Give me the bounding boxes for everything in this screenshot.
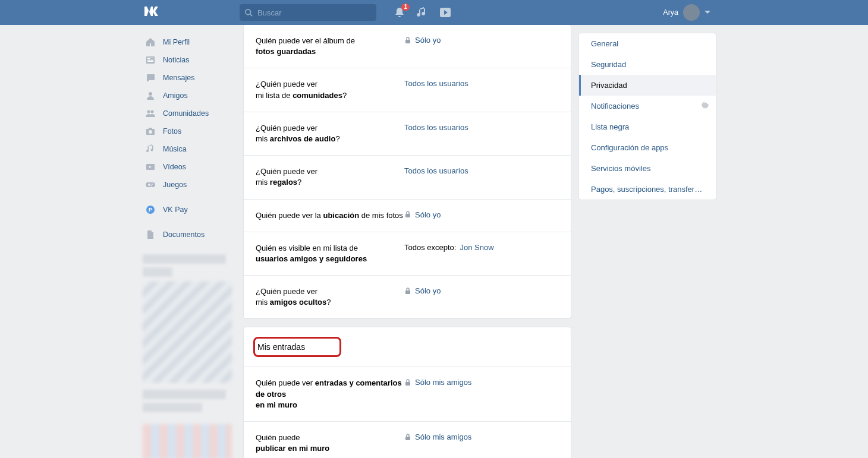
nav-label: Comunidades [163, 109, 209, 118]
doc-icon [145, 229, 156, 240]
nav-label: Fotos [163, 127, 181, 135]
privacy-value[interactable]: Sólo yo [404, 210, 441, 219]
settings-apps[interactable]: Configuración de apps [579, 137, 716, 158]
nav-games[interactable]: Juegos [143, 176, 244, 194]
nav-label: Documentos [163, 230, 205, 239]
svg-rect-22 [405, 437, 410, 440]
privacy-label: ¿Quién puede ver mis amigos ocultos? [256, 286, 404, 308]
main-content: Quién puede ver el álbum de fotos guarda… [244, 25, 571, 458]
settings-security[interactable]: Seguridad [579, 54, 716, 75]
settings-privacy[interactable]: Privacidad [579, 75, 716, 96]
nav-label: Amigos [163, 91, 188, 100]
privacy-row: Quién puede ver entradas y comentarios d… [244, 367, 571, 422]
svg-rect-18 [405, 40, 410, 43]
privacy-row: Quién puede publicar en mi muro Sólo mis… [244, 422, 571, 458]
notifications-icon[interactable]: 1 [394, 7, 405, 18]
settings-payments[interactable]: Pagos, suscripciones, transferencias [579, 179, 716, 200]
privacy-label: Quién puede ver entradas y comentarios d… [256, 378, 404, 410]
svg-point-0 [246, 10, 251, 15]
blurred-content [143, 254, 244, 458]
privacy-row: Quién es visible en mi lista de usuarios… [244, 232, 571, 276]
privacy-row: ¿Quién puede ver mis archivos de audio? … [244, 112, 571, 156]
svg-text:P: P [149, 207, 152, 213]
privacy-value[interactable]: Todos los usuarios [404, 123, 468, 132]
nav-label: VK Pay [163, 206, 188, 214]
top-header: 1 Arya [0, 0, 868, 25]
nav-label: Noticias [163, 56, 189, 64]
svg-rect-19 [405, 214, 410, 217]
settings-notifications[interactable]: Notificaciones [579, 96, 716, 116]
nav-profile[interactable]: Mi Perfil [143, 33, 244, 51]
nav-music[interactable]: Música [143, 140, 244, 158]
group-icon [145, 108, 156, 119]
nav-news[interactable]: Noticias [143, 51, 244, 69]
gear-icon[interactable] [700, 101, 709, 111]
privacy-value[interactable]: Todos los usuarios [404, 166, 468, 175]
privacy-row: ¿Quién puede ver mis regalos? Todos los … [244, 156, 571, 199]
section-heading: Mis entradas [244, 327, 571, 367]
privacy-label: ¿Quién puede ver mi lista de comunidades… [256, 79, 404, 100]
svg-rect-21 [405, 382, 410, 386]
svg-rect-7 [147, 60, 153, 61]
privacy-row: Quién puede ver el álbum de fotos guarda… [244, 25, 571, 68]
privacy-label: Quién puede ver la ubicación de mis foto… [256, 210, 404, 221]
privacy-value[interactable]: Todos los usuarios [404, 79, 468, 88]
nav-label: Mensajes [163, 74, 195, 82]
video-play-icon[interactable] [439, 7, 451, 18]
privacy-panel-1: Quién puede ver el álbum de fotos guarda… [244, 25, 571, 318]
settings-general[interactable]: General [579, 33, 716, 54]
privacy-label: Quién puede ver el álbum de fotos guarda… [256, 36, 404, 57]
video-icon [145, 162, 156, 172]
nav-messages[interactable]: Mensajes [143, 69, 244, 87]
camera-icon [145, 126, 156, 137]
svg-point-11 [151, 110, 154, 113]
nav-vkpay[interactable]: PVK Pay [143, 201, 244, 219]
pay-icon: P [145, 204, 156, 215]
news-icon [145, 55, 156, 65]
settings-sidebar: General Seguridad Privacidad Notificacio… [579, 25, 716, 458]
settings-blacklist[interactable]: Lista negra [579, 116, 716, 137]
privacy-row: ¿Quién puede ver mis amigos ocultos? Sól… [244, 276, 571, 318]
nav-documents[interactable]: Documentos [143, 226, 244, 244]
game-icon [145, 179, 156, 190]
search-icon [244, 8, 253, 17]
lock-icon [404, 37, 411, 44]
home-icon [145, 37, 156, 48]
nav-label: Vídeos [163, 163, 186, 171]
nav-friends[interactable]: Amigos [143, 87, 244, 105]
lock-icon [404, 379, 411, 386]
privacy-label: ¿Quién puede ver mis regalos? [256, 166, 404, 188]
nav-communities[interactable]: Comunidades [143, 105, 244, 122]
svg-rect-5 [150, 58, 153, 58]
settings-menu: General Seguridad Privacidad Notificacio… [579, 33, 716, 200]
nav-label: Juegos [163, 181, 187, 189]
privacy-label: Quién es visible en mi lista de usuarios… [256, 243, 404, 264]
music-icon[interactable] [417, 7, 427, 18]
user-icon [145, 90, 156, 101]
privacy-value[interactable]: Sólo yo [404, 36, 441, 45]
svg-rect-4 [147, 58, 150, 59]
svg-line-1 [250, 14, 253, 17]
privacy-value[interactable]: Todos excepto: Jon Snow [404, 243, 494, 252]
search-input[interactable] [257, 8, 372, 17]
nav-label: Música [163, 145, 187, 153]
user-menu[interactable]: Arya [663, 4, 710, 21]
privacy-value[interactable]: Sólo mis amigos [404, 432, 471, 441]
header-icons: 1 [394, 7, 451, 18]
privacy-value[interactable]: Sólo yo [404, 286, 441, 295]
search-box[interactable] [240, 4, 376, 21]
avatar [683, 4, 700, 21]
chevron-down-icon [705, 11, 710, 14]
nav-videos[interactable]: Vídeos [143, 158, 244, 176]
user-name: Arya [663, 8, 678, 17]
lock-icon [404, 288, 411, 295]
nav-photos[interactable]: Fotos [143, 122, 244, 140]
settings-mobile[interactable]: Servicios móviles [579, 158, 716, 179]
svg-rect-20 [405, 290, 410, 294]
svg-rect-8 [147, 61, 153, 62]
svg-point-13 [149, 130, 152, 134]
privacy-value[interactable]: Sólo mis amigos [404, 378, 471, 387]
music-icon [145, 144, 156, 154]
privacy-panel-2: Mis entradas Quién puede ver entradas y … [244, 327, 571, 458]
vk-logo[interactable] [144, 5, 159, 20]
